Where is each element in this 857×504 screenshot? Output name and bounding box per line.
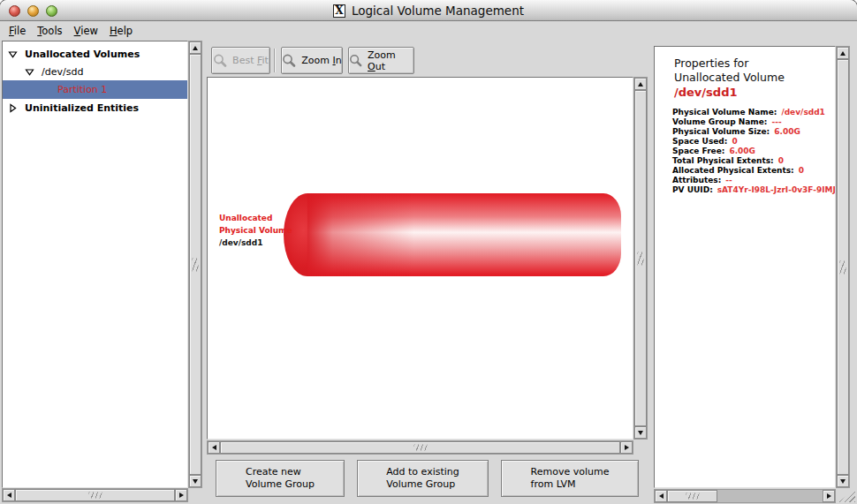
thumb-grip xyxy=(638,252,644,265)
scroll-left-button[interactable] xyxy=(3,489,15,501)
arrow-down-icon xyxy=(840,479,846,484)
tree-item-label: Uninitialized Entities xyxy=(25,102,139,114)
arrow-right-icon xyxy=(179,493,184,498)
scrollbar-thumb[interactable] xyxy=(220,441,620,454)
tree-item-label: Partition 1 xyxy=(57,84,107,95)
x11-icon: X xyxy=(333,4,345,18)
thumb-grip xyxy=(193,258,199,271)
zoom-in-button[interactable]: Zoom In xyxy=(281,47,343,74)
menubar: File Tools View Help xyxy=(2,22,855,40)
scroll-down-button[interactable] xyxy=(189,475,201,487)
best-fit-button[interactable]: Best Fit xyxy=(211,47,270,74)
properties-vertical-scrollbar[interactable] xyxy=(836,46,850,488)
property-row: Physical Volume Name:/dev/sdd1 xyxy=(672,108,835,117)
arrow-up-icon xyxy=(840,51,846,56)
device-name: /dev/sdd1 xyxy=(674,85,835,100)
thumb-grip xyxy=(840,260,846,274)
scroll-left-button[interactable] xyxy=(208,441,220,454)
scroll-down-button[interactable] xyxy=(837,475,849,487)
scroll-up-button[interactable] xyxy=(634,78,647,90)
menu-help[interactable]: Help xyxy=(104,23,139,40)
scroll-right-button[interactable] xyxy=(620,441,633,454)
menu-file[interactable]: File xyxy=(4,23,32,40)
arrow-left-icon xyxy=(7,493,11,498)
properties-heading: Properties for Unallocated Volume /dev/s… xyxy=(674,56,835,100)
thumb-grip xyxy=(686,493,699,500)
scrollbar-thumb[interactable] xyxy=(15,489,175,501)
window-resize-grip[interactable] xyxy=(838,489,855,502)
arrow-up-icon xyxy=(638,82,643,87)
arrow-right-icon xyxy=(827,493,831,499)
zoom-out-button[interactable]: Zoom Out xyxy=(348,47,414,74)
tree-item-label: /dev/sdd xyxy=(42,66,83,78)
canvas-horizontal-scrollbar[interactable] xyxy=(207,440,633,455)
arrow-right-icon xyxy=(625,445,629,450)
magnifier-icon xyxy=(282,54,296,68)
toolbar-separator xyxy=(274,49,276,72)
thumb-grip xyxy=(413,445,427,451)
scrollbar-thumb[interactable] xyxy=(189,54,201,475)
create-volume-group-button[interactable]: Create new Volume Group xyxy=(216,460,345,497)
volume-canvas: Unallocated Physical Volume /dev/sdd1 xyxy=(207,77,633,440)
add-to-volume-group-button[interactable]: Add to existing Volume Group xyxy=(357,460,489,497)
scroll-left-button[interactable] xyxy=(655,490,667,502)
arrow-up-icon xyxy=(193,46,198,50)
magnifier-icon xyxy=(213,54,227,68)
cylinder-volume[interactable] xyxy=(307,193,621,276)
thumb-grip xyxy=(88,493,102,499)
tree-item-label: Unallocated Volumes xyxy=(25,49,140,60)
property-row: Attributes:-- xyxy=(672,176,835,185)
properties-fields: Physical Volume Name:/dev/sdd1 Volume Gr… xyxy=(672,108,835,195)
menu-tools[interactable]: Tools xyxy=(32,23,68,40)
property-row: Physical Volume Size:6.00G xyxy=(672,127,835,137)
tree-horizontal-scrollbar[interactable] xyxy=(2,488,188,502)
scroll-up-button[interactable] xyxy=(189,41,201,54)
volume-tree: Unallocated Volumes /dev/sdd Partition 1… xyxy=(2,41,188,488)
tree-item-uninitialized-entities[interactable]: Uninitialized Entities xyxy=(3,99,187,117)
scrollbar-thumb[interactable] xyxy=(634,90,647,426)
arrow-left-icon xyxy=(212,445,216,450)
property-row: Space Free:6.00G xyxy=(672,147,835,156)
tree-vertical-scrollbar[interactable] xyxy=(188,41,202,488)
menu-view[interactable]: View xyxy=(69,23,104,40)
canvas-vertical-scrollbar[interactable] xyxy=(633,77,648,440)
arrow-left-icon xyxy=(659,493,664,499)
expander-open-icon[interactable] xyxy=(8,49,18,59)
property-row: PV UUID:sAT4Yr-I98L-JzrI-0v3F-9IMJ-J09t-… xyxy=(672,185,835,195)
scroll-right-button[interactable] xyxy=(823,490,835,502)
arrow-down-icon xyxy=(638,431,643,435)
scroll-up-button[interactable] xyxy=(837,47,849,59)
tree-item-dev-sdd[interactable]: /dev/sdd xyxy=(3,63,187,80)
scrollbar-thumb[interactable] xyxy=(837,59,849,475)
property-row: Volume Group Name:--- xyxy=(672,117,835,127)
tree-item-partition-1[interactable]: Partition 1 xyxy=(3,80,187,99)
expander-closed-icon[interactable] xyxy=(8,103,18,113)
expander-open-icon[interactable] xyxy=(25,67,34,77)
property-row: Allocated Physical Extents:0 xyxy=(672,166,835,176)
property-row: Space Used:0 xyxy=(672,137,835,147)
property-row: Total Physical Extents:0 xyxy=(672,156,835,166)
tree-item-unallocated-volumes[interactable]: Unallocated Volumes xyxy=(3,45,187,63)
scrollbar-thumb[interactable] xyxy=(667,490,717,502)
arrow-down-icon xyxy=(193,479,198,484)
scroll-right-button[interactable] xyxy=(175,489,187,501)
volume-label: Unallocated Physical Volume /dev/sdd1 xyxy=(219,212,292,249)
title-area: X Logical Volume Management xyxy=(0,0,857,21)
remove-volume-button[interactable]: Remove volume from LVM xyxy=(501,460,639,497)
scroll-down-button[interactable] xyxy=(634,426,647,439)
app-window: X Logical Volume Management File Tools V… xyxy=(0,0,857,504)
properties-horizontal-scrollbar[interactable] xyxy=(654,489,836,503)
window-title: Logical Volume Management xyxy=(352,4,524,18)
properties-panel: Properties for Unallocated Volume /dev/s… xyxy=(654,46,836,488)
titlebar: X Logical Volume Management xyxy=(0,0,857,21)
magnifier-icon xyxy=(349,54,362,68)
